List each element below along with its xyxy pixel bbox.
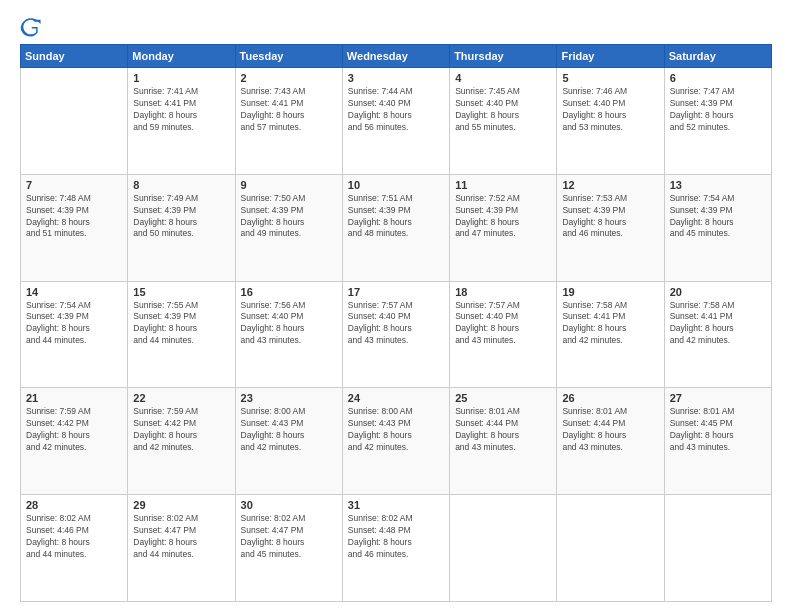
calendar-cell: 1Sunrise: 7:41 AM Sunset: 4:41 PM Daylig… [128,68,235,175]
calendar-cell: 4Sunrise: 7:45 AM Sunset: 4:40 PM Daylig… [450,68,557,175]
calendar-cell: 25Sunrise: 8:01 AM Sunset: 4:44 PM Dayli… [450,388,557,495]
calendar-header-cell: Sunday [21,45,128,68]
calendar-cell [21,68,128,175]
calendar-cell: 26Sunrise: 8:01 AM Sunset: 4:44 PM Dayli… [557,388,664,495]
calendar-cell: 5Sunrise: 7:46 AM Sunset: 4:40 PM Daylig… [557,68,664,175]
header [20,16,772,38]
day-number: 29 [133,499,229,511]
calendar-week-row: 28Sunrise: 8:02 AM Sunset: 4:46 PM Dayli… [21,495,772,602]
day-info: Sunrise: 7:45 AM Sunset: 4:40 PM Dayligh… [455,86,551,134]
calendar-cell: 30Sunrise: 8:02 AM Sunset: 4:47 PM Dayli… [235,495,342,602]
day-info: Sunrise: 8:02 AM Sunset: 4:46 PM Dayligh… [26,513,122,561]
day-info: Sunrise: 8:01 AM Sunset: 4:44 PM Dayligh… [562,406,658,454]
day-number: 14 [26,286,122,298]
calendar-cell: 2Sunrise: 7:43 AM Sunset: 4:41 PM Daylig… [235,68,342,175]
calendar-cell: 18Sunrise: 7:57 AM Sunset: 4:40 PM Dayli… [450,281,557,388]
day-info: Sunrise: 7:56 AM Sunset: 4:40 PM Dayligh… [241,300,337,348]
day-number: 4 [455,72,551,84]
calendar-cell: 15Sunrise: 7:55 AM Sunset: 4:39 PM Dayli… [128,281,235,388]
day-info: Sunrise: 7:57 AM Sunset: 4:40 PM Dayligh… [455,300,551,348]
calendar-cell: 22Sunrise: 7:59 AM Sunset: 4:42 PM Dayli… [128,388,235,495]
day-info: Sunrise: 7:41 AM Sunset: 4:41 PM Dayligh… [133,86,229,134]
calendar-cell: 10Sunrise: 7:51 AM Sunset: 4:39 PM Dayli… [342,174,449,281]
calendar-header-cell: Tuesday [235,45,342,68]
calendar-cell: 28Sunrise: 8:02 AM Sunset: 4:46 PM Dayli… [21,495,128,602]
day-number: 18 [455,286,551,298]
day-info: Sunrise: 7:58 AM Sunset: 4:41 PM Dayligh… [562,300,658,348]
day-info: Sunrise: 7:44 AM Sunset: 4:40 PM Dayligh… [348,86,444,134]
day-number: 28 [26,499,122,511]
day-number: 13 [670,179,766,191]
calendar-header-row: SundayMondayTuesdayWednesdayThursdayFrid… [21,45,772,68]
day-number: 21 [26,392,122,404]
day-number: 20 [670,286,766,298]
day-info: Sunrise: 8:02 AM Sunset: 4:47 PM Dayligh… [133,513,229,561]
day-info: Sunrise: 7:55 AM Sunset: 4:39 PM Dayligh… [133,300,229,348]
calendar-header-cell: Friday [557,45,664,68]
day-number: 3 [348,72,444,84]
calendar-cell: 13Sunrise: 7:54 AM Sunset: 4:39 PM Dayli… [664,174,771,281]
day-number: 9 [241,179,337,191]
calendar-week-row: 21Sunrise: 7:59 AM Sunset: 4:42 PM Dayli… [21,388,772,495]
calendar-cell: 8Sunrise: 7:49 AM Sunset: 4:39 PM Daylig… [128,174,235,281]
day-info: Sunrise: 7:53 AM Sunset: 4:39 PM Dayligh… [562,193,658,241]
calendar-cell: 3Sunrise: 7:44 AM Sunset: 4:40 PM Daylig… [342,68,449,175]
day-number: 22 [133,392,229,404]
calendar-header-cell: Thursday [450,45,557,68]
day-info: Sunrise: 7:50 AM Sunset: 4:39 PM Dayligh… [241,193,337,241]
day-info: Sunrise: 7:49 AM Sunset: 4:39 PM Dayligh… [133,193,229,241]
day-number: 15 [133,286,229,298]
day-info: Sunrise: 7:48 AM Sunset: 4:39 PM Dayligh… [26,193,122,241]
day-number: 8 [133,179,229,191]
calendar-cell: 9Sunrise: 7:50 AM Sunset: 4:39 PM Daylig… [235,174,342,281]
day-info: Sunrise: 7:54 AM Sunset: 4:39 PM Dayligh… [26,300,122,348]
day-info: Sunrise: 7:52 AM Sunset: 4:39 PM Dayligh… [455,193,551,241]
calendar-cell: 19Sunrise: 7:58 AM Sunset: 4:41 PM Dayli… [557,281,664,388]
day-number: 31 [348,499,444,511]
calendar-header-cell: Monday [128,45,235,68]
day-number: 16 [241,286,337,298]
day-info: Sunrise: 7:59 AM Sunset: 4:42 PM Dayligh… [26,406,122,454]
day-number: 26 [562,392,658,404]
calendar-cell: 16Sunrise: 7:56 AM Sunset: 4:40 PM Dayli… [235,281,342,388]
calendar-cell: 12Sunrise: 7:53 AM Sunset: 4:39 PM Dayli… [557,174,664,281]
day-number: 10 [348,179,444,191]
day-info: Sunrise: 8:02 AM Sunset: 4:48 PM Dayligh… [348,513,444,561]
calendar-cell: 24Sunrise: 8:00 AM Sunset: 4:43 PM Dayli… [342,388,449,495]
calendar-header-cell: Saturday [664,45,771,68]
day-number: 27 [670,392,766,404]
day-info: Sunrise: 7:46 AM Sunset: 4:40 PM Dayligh… [562,86,658,134]
calendar-cell: 6Sunrise: 7:47 AM Sunset: 4:39 PM Daylig… [664,68,771,175]
calendar-cell: 20Sunrise: 7:58 AM Sunset: 4:41 PM Dayli… [664,281,771,388]
day-number: 17 [348,286,444,298]
day-info: Sunrise: 8:00 AM Sunset: 4:43 PM Dayligh… [241,406,337,454]
calendar-header-cell: Wednesday [342,45,449,68]
day-info: Sunrise: 7:51 AM Sunset: 4:39 PM Dayligh… [348,193,444,241]
day-number: 11 [455,179,551,191]
day-info: Sunrise: 7:54 AM Sunset: 4:39 PM Dayligh… [670,193,766,241]
day-info: Sunrise: 8:01 AM Sunset: 4:45 PM Dayligh… [670,406,766,454]
calendar-cell: 27Sunrise: 8:01 AM Sunset: 4:45 PM Dayli… [664,388,771,495]
calendar-week-row: 7Sunrise: 7:48 AM Sunset: 4:39 PM Daylig… [21,174,772,281]
day-info: Sunrise: 7:58 AM Sunset: 4:41 PM Dayligh… [670,300,766,348]
calendar-week-row: 14Sunrise: 7:54 AM Sunset: 4:39 PM Dayli… [21,281,772,388]
day-info: Sunrise: 7:59 AM Sunset: 4:42 PM Dayligh… [133,406,229,454]
day-number: 24 [348,392,444,404]
day-info: Sunrise: 8:01 AM Sunset: 4:44 PM Dayligh… [455,406,551,454]
day-info: Sunrise: 8:02 AM Sunset: 4:47 PM Dayligh… [241,513,337,561]
calendar-cell: 17Sunrise: 7:57 AM Sunset: 4:40 PM Dayli… [342,281,449,388]
logo-icon [20,16,42,38]
day-number: 6 [670,72,766,84]
day-info: Sunrise: 8:00 AM Sunset: 4:43 PM Dayligh… [348,406,444,454]
calendar-cell [450,495,557,602]
day-number: 25 [455,392,551,404]
logo [20,16,46,38]
calendar-cell: 29Sunrise: 8:02 AM Sunset: 4:47 PM Dayli… [128,495,235,602]
day-number: 23 [241,392,337,404]
calendar-week-row: 1Sunrise: 7:41 AM Sunset: 4:41 PM Daylig… [21,68,772,175]
calendar-cell: 11Sunrise: 7:52 AM Sunset: 4:39 PM Dayli… [450,174,557,281]
calendar-table: SundayMondayTuesdayWednesdayThursdayFrid… [20,44,772,602]
day-number: 5 [562,72,658,84]
day-number: 2 [241,72,337,84]
calendar-cell [557,495,664,602]
